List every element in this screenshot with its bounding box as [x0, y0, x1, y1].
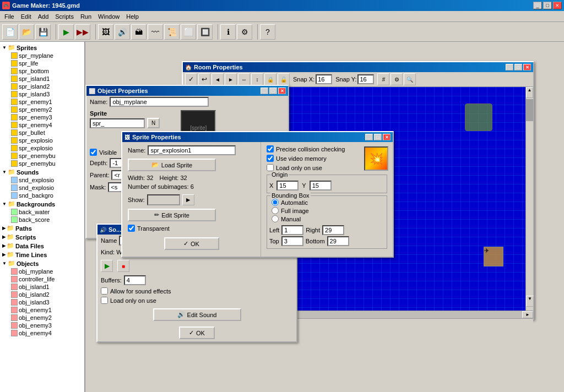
origin-y-input[interactable]	[310, 181, 332, 190]
menu-run[interactable]: Run	[77, 12, 95, 21]
menu-help[interactable]: Help	[123, 12, 142, 21]
help-btn[interactable]: ?	[260, 24, 275, 40]
list-item[interactable]: snd_explosio	[10, 176, 83, 184]
sound-play-btn[interactable]: ▶	[101, 260, 113, 272]
video-memory-checkbox[interactable]	[267, 155, 274, 162]
list-item[interactable]: back_score	[10, 216, 83, 224]
list-item[interactable]: spr_enemybu	[10, 152, 83, 160]
room-ok-btn[interactable]: ✓	[185, 73, 197, 85]
room-minimize-btn[interactable]: _	[506, 64, 513, 70]
obj-minimize-btn[interactable]: _	[261, 88, 268, 94]
tree-backgrounds-header[interactable]: ▼ 📁 Backgrounds	[1, 200, 83, 208]
list-item[interactable]: obj_island3	[10, 298, 83, 306]
game-info-btn[interactable]: ℹ	[220, 24, 236, 40]
edit-sound-button[interactable]: 🔊 Edit Sound	[153, 308, 241, 321]
room-prev-btn[interactable]: ◄	[212, 73, 224, 85]
tree-scripts-header[interactable]: ▶ 📁 Scripts	[1, 233, 83, 241]
obj-close-btn[interactable]: ✕	[278, 88, 286, 94]
obj-name-input[interactable]	[110, 97, 209, 107]
room-unlock-btn[interactable]: 🔓	[278, 73, 290, 85]
snap-x-input[interactable]	[316, 74, 332, 84]
obj-maximize-btn[interactable]: □	[269, 88, 277, 94]
bbox-top-input[interactable]	[281, 236, 303, 246]
minimize-btn[interactable]: _	[533, 2, 542, 9]
list-item[interactable]: spr_enemybu	[10, 160, 83, 167]
list-item[interactable]: obj_enemy2	[10, 314, 83, 322]
new-btn[interactable]: 📄	[2, 24, 18, 40]
list-item[interactable]: spr_enemy3	[10, 113, 83, 121]
game-options-btn[interactable]: ⚙	[237, 24, 252, 40]
room-scrollbar-v[interactable]: ▲ ▼	[525, 87, 533, 311]
tree-paths-header[interactable]: ▶ 📁 Paths	[1, 224, 83, 232]
obj-new-sprite-btn[interactable]: N	[147, 118, 160, 128]
sprite-ok-button[interactable]: ✓ OK	[164, 237, 219, 250]
bbox-bottom-input[interactable]	[327, 236, 349, 246]
room-settings-btn[interactable]: ⚙	[391, 73, 403, 85]
sound-stop-btn[interactable]: ■	[117, 260, 129, 272]
menu-file[interactable]: File	[1, 12, 18, 21]
add-room-btn[interactable]: 🔲	[197, 24, 213, 40]
open-btn[interactable]: 📂	[19, 24, 34, 40]
list-item[interactable]: obj_island2	[10, 291, 83, 298]
precise-collision-checkbox[interactable]	[267, 145, 274, 153]
list-item[interactable]: spr_island1	[10, 75, 83, 83]
bbox-auto-radio[interactable]	[272, 199, 279, 206]
list-item[interactable]: spr_enemy4	[10, 121, 83, 129]
tree-sprites-header[interactable]: ▼ 📁 Sprites	[1, 43, 83, 52]
tree-datafiles-header[interactable]: ▶ 📁 Data Files	[1, 242, 83, 250]
scroll-right-btn[interactable]: ►	[522, 311, 533, 318]
sound-loadonly-checkbox[interactable]	[101, 297, 108, 304]
room-maximize-btn[interactable]: □	[514, 64, 522, 70]
add-obj-btn[interactable]: ⬜	[181, 24, 196, 40]
list-item[interactable]: obj_enemy4	[10, 329, 83, 337]
list-item[interactable]: back_water	[10, 208, 83, 216]
obj-visible-checkbox[interactable]	[90, 149, 97, 156]
bbox-manual-radio[interactable]	[272, 215, 279, 222]
sprite-show-arrow-btn[interactable]: ►	[182, 194, 194, 205]
run-btn[interactable]: ▶	[58, 24, 74, 40]
origin-x-input[interactable]	[276, 181, 299, 190]
scroll-up-btn[interactable]: ▲	[526, 87, 533, 98]
list-item[interactable]: spr_bullet	[10, 129, 83, 137]
list-item[interactable]: spr_life	[10, 59, 83, 67]
menu-add[interactable]: Add	[35, 12, 52, 21]
list-item[interactable]: obj_myplane	[10, 268, 83, 275]
sprite-show-field[interactable]	[147, 194, 180, 205]
room-zoom-btn[interactable]: 🔍	[404, 73, 416, 85]
scroll-down-btn[interactable]: ▼	[526, 296, 534, 307]
close-btn[interactable]: ✕	[553, 2, 562, 9]
add-sprite-btn[interactable]: 🖼	[98, 24, 113, 40]
obj-sprite-input[interactable]	[90, 118, 145, 128]
list-item[interactable]: snd_explosio	[10, 184, 83, 192]
add-bg-btn[interactable]: 🏔	[131, 24, 147, 40]
sprite-close-btn[interactable]: ✕	[383, 134, 391, 140]
list-item[interactable]: spr_enemy2	[10, 106, 83, 113]
menu-edit[interactable]: Edit	[18, 12, 35, 21]
list-item[interactable]: snd_backgro	[10, 192, 83, 199]
menu-scripts[interactable]: Scripts	[52, 12, 77, 21]
room-grid-btn[interactable]: #	[377, 73, 389, 85]
save-btn[interactable]: 💾	[35, 24, 51, 40]
edit-sprite-button[interactable]: ✏ Edit Sprite	[128, 209, 216, 221]
tree-objects-header[interactable]: ▼ 📁 Objects	[1, 259, 83, 268]
sprite-name-input[interactable]	[148, 145, 236, 155]
list-item[interactable]: spr_island3	[10, 90, 83, 98]
bbox-fullimage-radio[interactable]	[272, 207, 279, 214]
debug-btn[interactable]: ▶▶	[75, 24, 90, 40]
list-item[interactable]: controller_life	[10, 275, 83, 283]
sound-ok-button[interactable]: ✓ OK	[179, 326, 215, 339]
list-item[interactable]: obj_enemy3	[10, 322, 83, 329]
menu-window[interactable]: Window	[95, 12, 123, 21]
room-stretch-btn[interactable]: ↕	[251, 73, 263, 85]
bbox-left-input[interactable]	[281, 225, 303, 235]
list-item[interactable]: spr_bottom	[10, 67, 83, 75]
sprite-minimize-btn[interactable]: _	[365, 134, 373, 140]
sound-effects-checkbox[interactable]	[101, 287, 108, 295]
load-sprite-button[interactable]: 📂 Load Sprite	[128, 159, 216, 171]
sprite-maximize-btn[interactable]: □	[374, 134, 382, 140]
add-path-btn[interactable]: 〰	[148, 24, 163, 40]
list-item[interactable]: spr_myplane	[10, 52, 83, 59]
scroll-thumb[interactable]	[526, 99, 533, 121]
room-lock-btn[interactable]: 🔒	[264, 73, 276, 85]
room-next-btn[interactable]: ►	[225, 73, 237, 85]
